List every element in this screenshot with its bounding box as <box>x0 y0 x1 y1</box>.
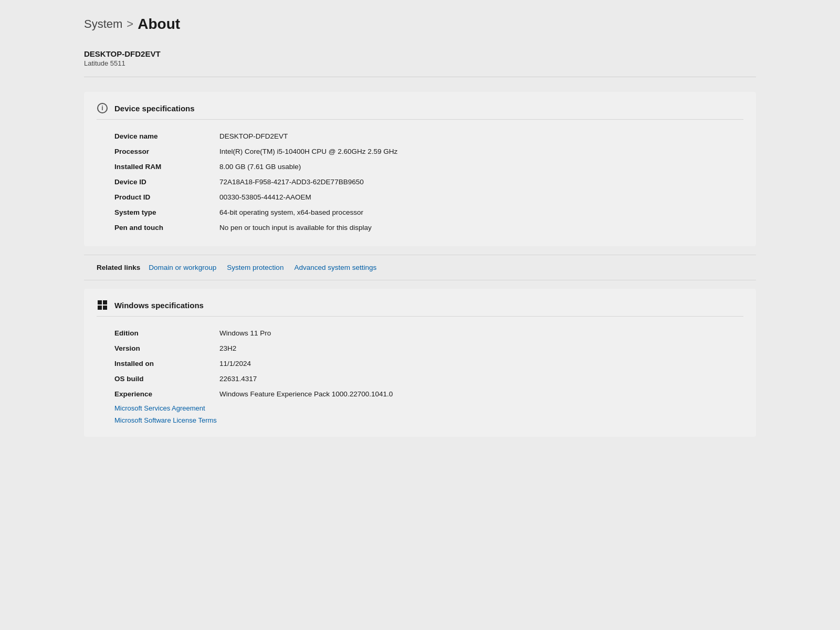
breadcrumb: System > About <box>84 16 756 33</box>
win-spec-value-0: Windows 11 Pro <box>219 327 743 339</box>
info-icon: i <box>97 102 108 114</box>
ms-links-container: Microsoft Services AgreementMicrosoft So… <box>97 404 743 424</box>
windows-specs-title: Windows specifications <box>114 301 204 310</box>
windows-specs-section: Windows specifications EditionWindows 11… <box>84 289 756 437</box>
spec-value-6: No pen or touch input is available for t… <box>219 222 743 234</box>
spec-value-3: 72A18A18-F958-4217-ADD3-62DE77BB9650 <box>219 176 743 188</box>
related-links-label: Related links <box>97 264 140 271</box>
device-header: DESKTOP-DFD2EVT Latitude 5511 <box>84 49 756 77</box>
device-name-main: DESKTOP-DFD2EVT <box>84 49 756 58</box>
spec-value-4: 00330-53805-44412-AAOEM <box>219 191 743 203</box>
win-spec-label-3: OS build <box>114 373 219 385</box>
system-protection-link[interactable]: System protection <box>227 264 284 271</box>
win-spec-value-3: 22631.4317 <box>219 373 743 385</box>
win-spec-value-2: 11/1/2024 <box>219 358 743 370</box>
spec-label-6: Pen and touch <box>114 222 219 234</box>
win-spec-label-1: Version <box>114 342 219 354</box>
ms-link-0[interactable]: Microsoft Services Agreement <box>114 404 743 412</box>
spec-label-3: Device ID <box>114 176 219 188</box>
windows-icon <box>97 299 108 311</box>
spec-value-1: Intel(R) Core(TM) i5-10400H CPU @ 2.60GH… <box>219 145 743 158</box>
breadcrumb-separator: > <box>127 17 133 31</box>
win-spec-value-4: Windows Feature Experience Pack 1000.227… <box>219 388 743 400</box>
win-spec-label-4: Experience <box>114 388 219 400</box>
device-specs-title: Device specifications <box>114 104 195 113</box>
spec-label-2: Installed RAM <box>114 161 219 173</box>
spec-label-1: Processor <box>114 145 219 158</box>
spec-value-2: 8.00 GB (7.61 GB usable) <box>219 161 743 173</box>
related-links-section: Related links Domain or workgroup System… <box>84 255 756 280</box>
windows-specs-header: Windows specifications <box>97 299 743 317</box>
spec-value-5: 64-bit operating system, x64-based proce… <box>219 206 743 218</box>
spec-value-0: DESKTOP-DFD2EVT <box>219 130 743 142</box>
spec-label-0: Device name <box>114 130 219 142</box>
device-specs-header: i Device specifications <box>97 102 743 120</box>
device-specs-table: Device nameDESKTOP-DFD2EVTProcessorIntel… <box>97 130 743 234</box>
breadcrumb-about: About <box>138 16 180 33</box>
device-specs-section: i Device specifications Device nameDESKT… <box>84 92 756 246</box>
spec-label-5: System type <box>114 206 219 218</box>
windows-specs-table: EditionWindows 11 ProVersion23H2Installe… <box>97 327 743 400</box>
win-spec-value-1: 23H2 <box>219 342 743 354</box>
spec-label-4: Product ID <box>114 191 219 203</box>
domain-workgroup-link[interactable]: Domain or workgroup <box>149 264 216 271</box>
ms-link-1[interactable]: Microsoft Software License Terms <box>114 416 743 424</box>
win-spec-label-0: Edition <box>114 327 219 339</box>
advanced-system-settings-link[interactable]: Advanced system settings <box>294 264 376 271</box>
win-spec-label-2: Installed on <box>114 358 219 370</box>
breadcrumb-system[interactable]: System <box>84 17 122 31</box>
device-model: Latitude 5511 <box>84 59 756 67</box>
